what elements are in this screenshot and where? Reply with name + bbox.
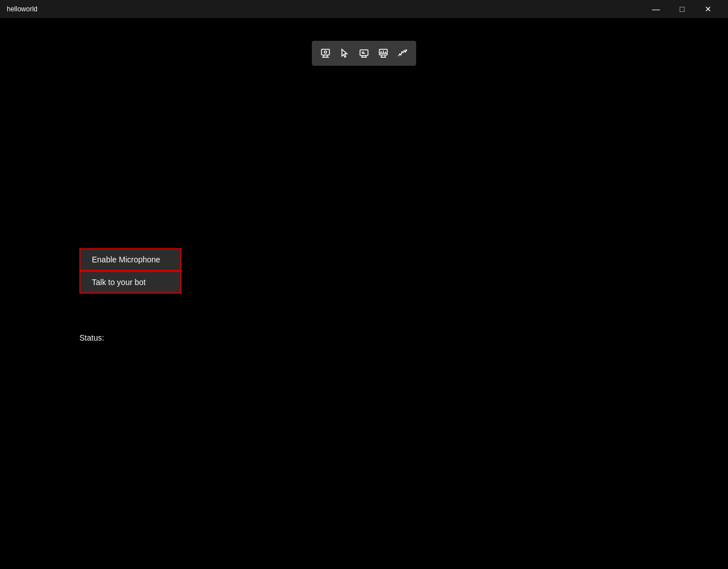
signal-icon bbox=[397, 48, 408, 58]
signal-tool-button[interactable] bbox=[393, 44, 412, 62]
minimize-button[interactable]: — bbox=[643, 0, 669, 18]
temperature-tool-button[interactable] bbox=[374, 44, 392, 62]
pointer-icon bbox=[320, 48, 331, 58]
app-title: helloworld bbox=[7, 5, 37, 13]
status-label: Status: bbox=[79, 333, 104, 342]
talk-to-bot-button[interactable]: Talk to your bot bbox=[79, 271, 181, 294]
toolbar bbox=[312, 41, 416, 66]
screen-tool-button[interactable] bbox=[355, 44, 373, 62]
main-content: Enable Microphone Talk to your bot Statu… bbox=[0, 18, 728, 569]
enable-microphone-button[interactable]: Enable Microphone bbox=[79, 248, 181, 271]
buttons-area: Enable Microphone Talk to your bot bbox=[79, 248, 181, 294]
cursor-tool-button[interactable] bbox=[336, 44, 354, 62]
window-controls: — □ ✕ bbox=[643, 0, 721, 18]
title-bar: helloworld — □ ✕ bbox=[0, 0, 728, 18]
svg-point-4 bbox=[324, 51, 327, 53]
temperature-icon bbox=[378, 48, 388, 58]
screen-icon bbox=[359, 48, 369, 58]
maximize-button[interactable]: □ bbox=[669, 0, 695, 18]
svg-rect-0 bbox=[321, 49, 329, 55]
svg-rect-5 bbox=[360, 50, 368, 56]
pointer-tool-button[interactable] bbox=[316, 44, 335, 62]
close-button[interactable]: ✕ bbox=[695, 0, 721, 18]
cursor-icon bbox=[340, 48, 350, 58]
